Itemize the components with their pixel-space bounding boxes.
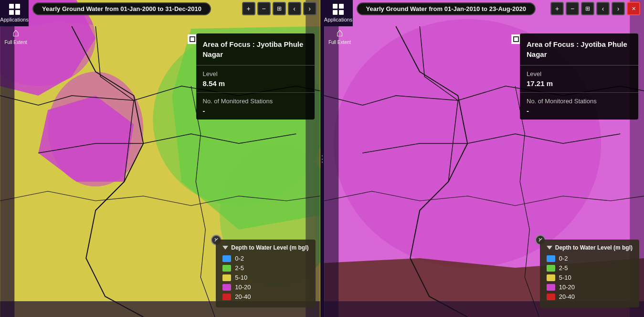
right-popup-stations-label: No. of Monitored Stations [527, 98, 632, 105]
right-legend-color-3 [547, 274, 555, 281]
right-full-extent-button[interactable]: ⌂ Full Extent [328, 27, 352, 45]
left-popup-level-value: 8.54 m [203, 79, 308, 87]
left-layer-icon-inner [190, 36, 195, 42]
left-popup-level-label: Level [203, 70, 308, 77]
right-forward-button[interactable]: › [612, 2, 625, 15]
panel-divider[interactable] [320, 0, 324, 317]
right-layer-icon-inner [513, 36, 519, 42]
left-map-controls: + − ⊞ ‹ › [242, 2, 317, 15]
right-legend-item-1: 0-2 [547, 255, 633, 262]
left-legend-color-3 [222, 274, 231, 281]
left-map-popup: Area of Focus : Jyotiba Phule Nagar Leve… [196, 33, 315, 120]
left-legend-item-4: 10-20 [222, 284, 308, 291]
right-zoom-in-button[interactable]: + [550, 2, 564, 15]
left-legend-box: Depth to Water Level (m bgl) 0-2 2-5 5-1… [216, 240, 315, 307]
right-legend-color-1 [547, 255, 555, 262]
left-legend-wrapper: ✕ Depth to Water Level (m bgl) 0-2 2-5 5… [216, 240, 315, 307]
right-layer-icon[interactable] [511, 34, 521, 44]
right-legend-title: Depth to Water Level (m bgl) [547, 244, 633, 251]
right-popup-stations-section: No. of Monitored Stations - [520, 93, 638, 120]
left-legend-color-1 [222, 255, 231, 262]
left-legend-item-5: 20-40 [222, 293, 308, 300]
left-legend-item-1: 0-2 [222, 255, 308, 262]
left-legend-color-4 [222, 284, 231, 291]
right-map-popup: Area of Focus : Jyotiba Phule Nagar Leve… [520, 33, 638, 120]
left-legend-item-2: 2-5 [222, 264, 308, 272]
right-popup-stations-value: - [527, 107, 632, 115]
left-top-bar: Yearly Ground Water from 01-Jan-2000 to … [29, 0, 320, 17]
left-back-button[interactable]: ‹ [288, 2, 301, 15]
right-zoom-out-button[interactable]: − [566, 2, 579, 15]
left-popup-level-section: Level 8.54 m [196, 66, 315, 93]
apps-grid-icon [9, 4, 20, 15]
right-legend-color-4 [547, 284, 555, 291]
left-popup-stations-label: No. of Monitored Stations [203, 98, 308, 105]
right-map-panel[interactable]: Applications Yearly Ground Water from 01… [324, 0, 644, 317]
right-popup-level-label: Level [527, 70, 632, 77]
left-legend-triangle-icon [222, 246, 228, 250]
right-legend-wrapper: ✕ Depth to Water Level (m bgl) 0-2 2-5 5… [540, 240, 639, 307]
left-apps-label: Applications [0, 17, 28, 22]
left-home-icon: ⌂ [12, 27, 20, 38]
left-map-panel[interactable]: Applications Yearly Ground Water from 01… [0, 0, 320, 317]
right-map-title: Yearly Ground Water from 01-Jan-2010 to … [357, 2, 536, 15]
right-close-button[interactable]: ✕ [627, 2, 640, 15]
left-zoom-in-button[interactable]: + [242, 2, 255, 15]
right-legend-item-2: 2-5 [547, 264, 633, 272]
right-legend-triangle-icon [547, 246, 552, 250]
left-layer-button[interactable]: ⊞ [273, 2, 286, 15]
left-full-extent-button[interactable]: ⌂ Full Extent [4, 27, 28, 45]
right-popup-level-section: Level 17.21 m [520, 66, 638, 93]
right-apps-grid-icon [333, 4, 344, 15]
left-legend-color-5 [222, 294, 231, 300]
right-map-controls: + − ⊞ ‹ › ✕ [550, 2, 640, 15]
right-legend-color-2 [547, 265, 555, 272]
right-legend-item-3: 5-10 [547, 274, 633, 281]
right-top-bar: Yearly Ground Water from 01-Jan-2010 to … [353, 0, 644, 17]
left-apps-button[interactable]: Applications [0, 0, 29, 26]
left-forward-button[interactable]: › [303, 2, 317, 15]
left-popup-header: Area of Focus : Jyotiba Phule Nagar [196, 33, 315, 66]
right-layer-button[interactable]: ⊞ [581, 2, 594, 15]
left-legend-color-2 [222, 265, 231, 272]
right-full-extent-label: Full Extent [328, 40, 351, 45]
right-popup-level-value: 17.21 m [527, 79, 632, 87]
right-legend-item-5: 20-40 [547, 293, 633, 300]
left-layer-icon[interactable] [188, 34, 197, 44]
right-home-icon: ⌂ [336, 27, 343, 38]
left-popup-stations-section: No. of Monitored Stations - [196, 93, 315, 120]
left-full-extent-label: Full Extent [4, 40, 27, 45]
right-legend-item-4: 10-20 [547, 284, 633, 291]
right-legend-color-5 [547, 294, 555, 300]
left-legend-item-3: 5-10 [222, 274, 308, 281]
right-apps-button[interactable]: Applications [324, 0, 353, 26]
left-popup-stations-value: - [203, 107, 308, 115]
right-popup-header: Area of Focus : Jyotiba Phule Nagar [520, 33, 638, 66]
right-back-button[interactable]: ‹ [596, 2, 610, 15]
left-zoom-out-button[interactable]: − [257, 2, 271, 15]
left-map-title: Yearly Ground Water from 01-Jan-2000 to … [32, 2, 211, 15]
left-legend-title: Depth to Water Level (m bgl) [222, 244, 308, 251]
right-legend-box: Depth to Water Level (m bgl) 0-2 2-5 5-1… [540, 240, 639, 307]
right-apps-label: Applications [324, 17, 352, 22]
